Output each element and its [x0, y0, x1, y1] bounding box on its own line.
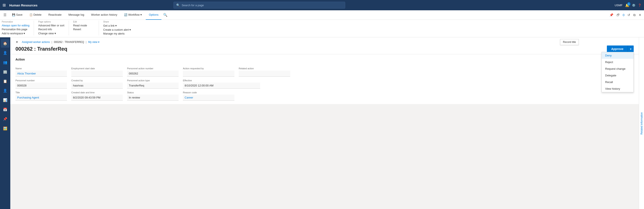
sidebar-icon-image[interactable]: 🖼️: [1, 124, 10, 132]
field-reason-code-input[interactable]: [183, 95, 234, 101]
approve-dropdown-menu: Deny Reject Request change Delegate Reca…: [602, 52, 634, 92]
grid-icon[interactable]: ⊞: [2, 3, 6, 8]
open-new-window[interactable]: ⧉: [632, 12, 636, 18]
filter-icon[interactable]: ▼: [16, 40, 18, 44]
field-personnel-number-input[interactable]: [16, 82, 67, 88]
dropdown-item-view-history[interactable]: View history: [602, 86, 634, 92]
ribbon-section-personalize: Personalize Always open for editing Pers…: [2, 20, 34, 36]
form-section-title: Action: [16, 58, 25, 63]
settings-icon[interactable]: ⚙️: [632, 4, 636, 7]
add-to-workspace-btn[interactable]: Add to workspace ▾: [2, 32, 30, 35]
ribbon-tabs-row: ☰ 💾 Save 📋 Delete Reactivate Message log…: [0, 10, 644, 20]
sidebar-icon-calendar[interactable]: 📅: [1, 105, 10, 114]
add-workspace-chevron: ▾: [24, 32, 25, 35]
breadcrumb-item-1[interactable]: Assigned worker actions: [22, 40, 50, 44]
pin-button[interactable]: 📌: [608, 12, 614, 18]
field-related-action: Related action: [239, 67, 290, 76]
field-created-by-input[interactable]: [71, 82, 123, 88]
sync-button[interactable]: ↺: [626, 12, 631, 18]
sidebar-icon-user2[interactable]: 👤: [1, 86, 10, 95]
app-title: Human Resources: [9, 4, 38, 7]
field-effective-input[interactable]: [183, 82, 260, 88]
field-action-requested-by: Action requested by: [183, 67, 234, 76]
pop-out-button[interactable]: 🗗: [616, 12, 620, 18]
top-nav-right: USMF 🔔 1 ⚙️ ❓: [614, 3, 642, 7]
field-name-input[interactable]: [16, 70, 67, 76]
create-alert-btn[interactable]: Create a custom alert ▾: [103, 28, 131, 32]
help-icon[interactable]: ❓: [638, 4, 642, 7]
field-personnel-action-type: Personnel action type: [127, 79, 178, 88]
dropdown-item-recall[interactable]: Recall: [602, 79, 634, 86]
approve-chevron-icon: ▾: [630, 48, 632, 51]
tab-worker-action-history[interactable]: Worker action history: [88, 10, 120, 20]
field-action-requested-by-input[interactable]: [183, 70, 234, 76]
tab-message-log[interactable]: Message log: [66, 10, 87, 20]
refresh-button[interactable]: 0: [622, 12, 625, 18]
dropdown-item-reject[interactable]: Reject: [602, 59, 634, 66]
sidebar-icon-org[interactable]: 🏢: [1, 68, 10, 76]
breadcrumb-item-3[interactable]: My view ▾: [88, 40, 100, 44]
field-related-action-input[interactable]: [239, 70, 290, 76]
right-info-panel[interactable]: Related information: [639, 37, 644, 209]
record-info-btn[interactable]: Record info: [38, 28, 64, 31]
close-button[interactable]: ✕: [638, 12, 642, 18]
breadcrumb-item-2: 000262 : TRANSFERREQ: [54, 40, 84, 44]
tab-reactivate[interactable]: Reactivate: [45, 10, 64, 20]
revert-btn[interactable]: Revert: [73, 28, 94, 31]
save-icon: 💾: [12, 13, 15, 16]
tab-delete[interactable]: 📋 Delete: [26, 10, 45, 20]
field-created-date-time: Created date and time: [71, 91, 123, 101]
read-mode-btn[interactable]: Read mode: [73, 24, 94, 27]
sidebar-icon-people[interactable]: 👥: [1, 58, 10, 66]
left-sidebar: 🏠 👤 👥 🏢 📋 👤 📊 📅 📌 🖼️: [0, 37, 10, 209]
approve-button[interactable]: Approve: [607, 46, 628, 52]
dropdown-item-request-change[interactable]: Request change: [602, 66, 634, 72]
tab-workflow[interactable]: 🔄 Workflow ▾: [121, 10, 145, 20]
field-created-date-time-input[interactable]: [71, 95, 123, 101]
search-bar[interactable]: 🔍: [174, 2, 345, 8]
search-input[interactable]: [182, 4, 342, 7]
field-title-input[interactable]: [16, 95, 67, 101]
ribbon-section-edit: Edit Read mode Revert: [73, 20, 99, 36]
get-link-chevron: ▾: [115, 24, 117, 27]
field-personnel-action-number-input[interactable]: [127, 70, 178, 76]
tab-options[interactable]: Options: [146, 10, 162, 20]
record-title-tooltip: Record title: [560, 39, 579, 45]
ribbon-section-page-options: Page options Advanced filter or sort Rec…: [38, 20, 69, 36]
delete-icon: 📋: [30, 13, 33, 16]
hamburger-menu[interactable]: ☰: [2, 13, 8, 17]
sidebar-icon-home[interactable]: 🏠: [1, 39, 10, 48]
create-alert-chevron: ▾: [130, 28, 131, 31]
sidebar-icon-clipboard[interactable]: 📋: [1, 77, 10, 86]
workflow-icon: 🔄: [124, 13, 127, 16]
sidebar-icon-chart[interactable]: 📊: [1, 96, 10, 104]
field-title: Title: [16, 91, 67, 101]
sidebar-icon-pin[interactable]: 📌: [1, 114, 10, 123]
page-content: ▼ Assigned worker actions | 000262 : TRA…: [10, 37, 639, 209]
personalize-page-btn[interactable]: Personalize this page: [2, 28, 30, 31]
get-link-btn[interactable]: Get a link ▾: [103, 24, 131, 28]
field-personnel-action-type-input[interactable]: [127, 82, 178, 88]
dropdown-item-delegate[interactable]: Delegate: [602, 72, 634, 79]
field-employment-start-date-input[interactable]: [71, 70, 123, 76]
field-effective: Effective: [183, 79, 260, 88]
page-title-row: 000262 : TransferReq Approve ▾: [16, 46, 634, 54]
main-layout: 🏠 👤 👥 🏢 📋 👤 📊 📅 📌 🖼️ ▼ Assigned worker a…: [0, 37, 644, 209]
change-view-btn[interactable]: Change view ▾: [38, 32, 64, 35]
ribbon-right-buttons: 📌 🗗 0 ↺ ⧉ ✕: [608, 12, 642, 18]
dropdown-item-deny[interactable]: Deny: [602, 52, 634, 59]
field-status-input[interactable]: [127, 95, 178, 101]
notification-bell[interactable]: 🔔 1: [625, 3, 630, 7]
search-icon: 🔍: [176, 4, 180, 7]
always-open-btn[interactable]: Always open for editing: [2, 24, 30, 27]
workflow-chevron: ▾: [140, 13, 142, 16]
approve-dropdown-button[interactable]: ▾: [628, 46, 634, 52]
advanced-filter-btn[interactable]: Advanced filter or sort: [38, 24, 64, 27]
sidebar-icon-person[interactable]: 👤: [1, 48, 10, 57]
form-area: Action 8/10/2020 12:0 Name Employment st…: [10, 54, 639, 104]
search-ribbon-icon[interactable]: 🔍: [163, 13, 168, 17]
field-reason-code: Reason code: [183, 91, 234, 101]
manage-alerts-btn[interactable]: Manage my alerts: [103, 32, 131, 36]
tab-save[interactable]: 💾 Save: [9, 10, 26, 20]
change-view-chevron: ▾: [54, 32, 56, 35]
